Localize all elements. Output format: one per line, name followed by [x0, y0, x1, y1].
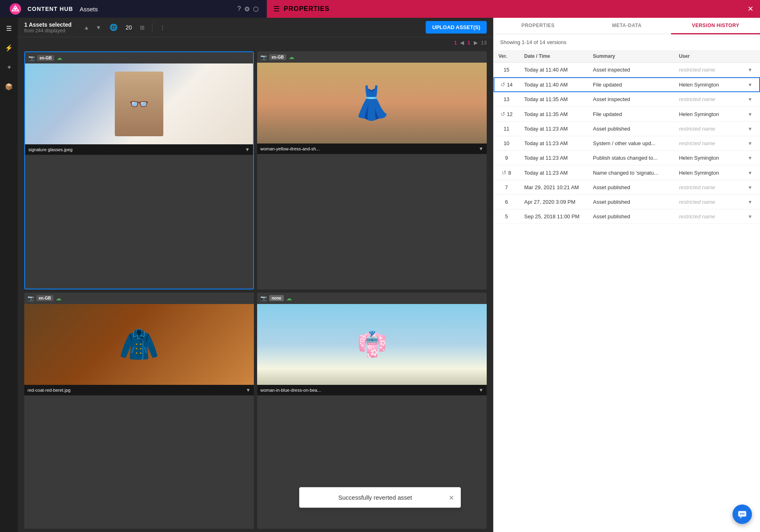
asset-expand-button[interactable]: ▼ [479, 387, 483, 393]
restricted-user: restricted name [679, 199, 715, 205]
expand-row-button[interactable]: ▼ [747, 155, 752, 161]
tab-properties[interactable]: PROPERTIES [494, 18, 583, 34]
tab-metadata[interactable]: META-DATA [583, 18, 671, 34]
version-number: ↺8 [494, 165, 519, 180]
cloud-icon: ☁ [286, 295, 292, 302]
expand-row-button[interactable]: ▼ [747, 112, 752, 117]
asset-expand-button[interactable]: ▼ [479, 146, 483, 152]
restricted-user: restricted name [679, 213, 715, 220]
version-history-content: Showing 1-14 of 14 versions Ver. Date / … [494, 34, 760, 532]
version-expand[interactable]: ▼ [743, 209, 760, 224]
version-number: 11 [494, 122, 519, 136]
left-header: CONTENT HUB Assets ? ⚙ ⬡ [0, 0, 267, 18]
help-button[interactable]: ? [236, 4, 243, 14]
table-row[interactable]: 7 Mar 29, 2021 10:21 AM Asset published … [494, 180, 760, 195]
version-user: Helen Symington [674, 107, 743, 122]
col-header-summary: Summary [588, 50, 674, 63]
expand-row-button[interactable]: ▼ [747, 67, 752, 73]
table-row[interactable]: 11 Today at 11:23 AM Asset published res… [494, 122, 760, 136]
sidebar-item-tools[interactable]: ✦ [2, 61, 15, 74]
expand-row-button[interactable]: ▼ [747, 199, 752, 205]
toast-notification: Successfully reverted asset ✕ [299, 487, 461, 508]
restricted-user: restricted name [679, 140, 715, 146]
expand-row-button[interactable]: ▼ [747, 185, 752, 190]
version-expand[interactable]: ▼ [743, 136, 760, 151]
table-row[interactable]: 6 Apr 27, 2020 3:09 PM Asset published r… [494, 195, 760, 209]
asset-card[interactable]: 📷 en-GB ☁ 🧥 red-coat-red-beret.jpg ▼ [24, 293, 254, 529]
version-expand[interactable]: ▼ [743, 63, 760, 77]
table-row[interactable]: 15 Today at 11:40 AM Asset inspected res… [494, 63, 760, 77]
app-header: CONTENT HUB Assets ? ⚙ ⬡ ☰ PROPERTIES ✕ [0, 0, 760, 18]
version-summary: Asset inspected [588, 92, 674, 107]
version-user: Helen Symington [674, 151, 743, 165]
asset-card[interactable]: 📷 en-GB ☁ 👗 woman-yellow-dress-and-sh...… [257, 51, 487, 289]
asset-expand-button[interactable]: ▼ [245, 147, 250, 152]
expand-row-button[interactable]: ▼ [747, 97, 752, 102]
expand-row-button[interactable]: ▼ [747, 141, 752, 146]
version-number: 10 [494, 136, 519, 151]
grid-view-button[interactable]: ⊞ [137, 23, 147, 32]
right-header: ☰ PROPERTIES ✕ [267, 0, 760, 18]
version-user: restricted name [674, 92, 743, 107]
col-header-ver: Ver. [494, 50, 519, 63]
table-row[interactable]: 13 Today at 11:35 AM Asset inspected res… [494, 92, 760, 107]
asset-image: 👓 [25, 63, 253, 144]
content-area: ☰ ⚡ ✦ 📦 1 Assets selected from 244 displ… [0, 18, 760, 532]
version-expand[interactable]: ▼ [743, 122, 760, 136]
restore-icon: ↺ [500, 111, 505, 117]
asset-image: 👘 [257, 304, 487, 385]
restricted-user: restricted name [679, 184, 715, 190]
version-table: Ver. Date / Time Summary User 15 Today a… [494, 50, 760, 224]
expand-row-button[interactable]: ▼ [747, 170, 752, 176]
props-close-button[interactable]: ✕ [747, 4, 754, 13]
version-expand[interactable]: ▼ [743, 107, 760, 122]
svg-point-1 [14, 8, 17, 10]
expand-row-button[interactable]: ▼ [747, 126, 752, 132]
logout-button[interactable]: ⬡ [251, 4, 260, 15]
version-expand[interactable]: ▼ [743, 180, 760, 195]
table-row[interactable]: 10 Today at 11:23 AM System / other valu… [494, 136, 760, 151]
tab-version-history[interactable]: VERSION HISTORY [671, 18, 760, 34]
sidebar-item-package[interactable]: 📦 [2, 80, 15, 93]
asset-card[interactable]: 📷 en-GB ☁ 👓 signature glasses.jpeg ▼ [24, 51, 254, 289]
version-summary: Asset published [588, 209, 674, 224]
expand-row-button[interactable]: ▼ [747, 82, 752, 88]
upload-assets-button[interactable]: UPLOAD ASSET(S) [426, 21, 487, 34]
table-row[interactable]: 5 Sep 25, 2018 11:00 PM Asset published … [494, 209, 760, 224]
language-filter-button[interactable]: 🌐 [107, 22, 120, 33]
version-expand[interactable]: ▼ [743, 165, 760, 180]
expand-row-button[interactable]: ▼ [747, 214, 752, 220]
table-row[interactable]: ↺14 Today at 11:40 AM File updated Helen… [494, 77, 760, 92]
settings-button[interactable]: ⚙ [243, 4, 251, 15]
table-row[interactable]: ↺12 Today at 11:35 AM File updated Helen… [494, 107, 760, 122]
asset-footer: red-coat-red-beret.jpg ▼ [24, 385, 254, 395]
asset-expand-button[interactable]: ▼ [246, 387, 251, 393]
sidebar-item-menu[interactable]: ☰ [2, 22, 15, 35]
more-options-button[interactable]: ⋮ [157, 23, 168, 32]
app-title: CONTENT HUB [27, 6, 73, 12]
table-row[interactable]: ↺8 Today at 11:23 AM Name changed to 'si… [494, 165, 760, 180]
version-expand[interactable]: ▼ [743, 151, 760, 165]
version-expand[interactable]: ▼ [743, 92, 760, 107]
toolbar-divider [152, 23, 152, 32]
asset-image: 🧥 [24, 304, 254, 385]
next-page-button[interactable]: ▶ [472, 39, 479, 46]
chatbot-button[interactable] [733, 505, 752, 524]
sort-down-button[interactable]: ▼ [93, 23, 104, 32]
current-page: 1 [454, 40, 457, 46]
cloud-icon: ☁ [57, 55, 62, 61]
toast-close-button[interactable]: ✕ [449, 494, 454, 501]
version-date: Mar 29, 2021 10:21 AM [519, 180, 588, 195]
table-row[interactable]: 9 Today at 11:23 AM Publish status chang… [494, 151, 760, 165]
sort-up-button[interactable]: ▲ [81, 23, 92, 32]
properties-tabs: PROPERTIES META-DATA VERSION HISTORY [494, 18, 760, 34]
asset-footer: signature glasses.jpeg ▼ [25, 144, 253, 155]
sidebar-item-filter[interactable]: ⚡ [2, 41, 15, 54]
prev-page-button[interactable]: ◀ [458, 39, 466, 46]
nav-assets[interactable]: Assets [80, 6, 98, 13]
version-date: Today at 11:40 AM [519, 63, 588, 77]
asset-card-header: 📷 en-GB ☁ [24, 293, 254, 304]
version-date: Today at 11:35 AM [519, 92, 588, 107]
version-expand[interactable]: ▼ [743, 77, 760, 92]
version-expand[interactable]: ▼ [743, 195, 760, 209]
